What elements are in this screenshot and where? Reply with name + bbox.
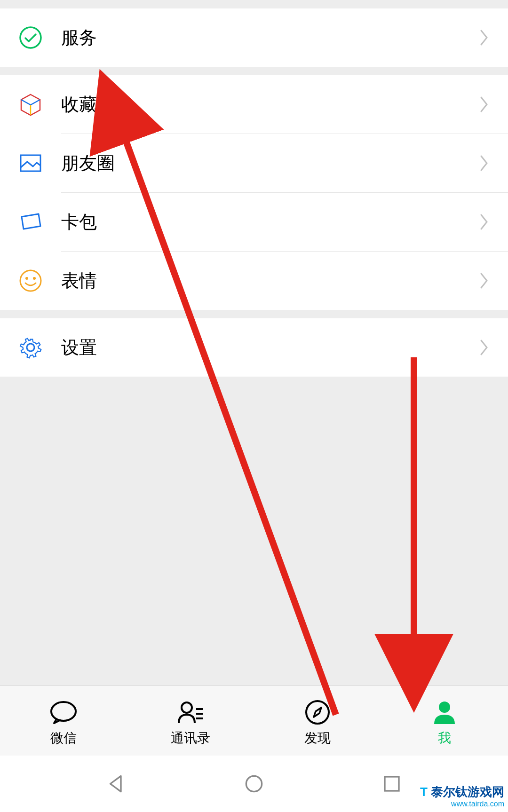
svg-rect-14 (385, 777, 399, 791)
menu-label: 收藏 (61, 93, 480, 117)
svg-point-4 (33, 277, 36, 280)
tab-wechat[interactable]: 微信 (0, 686, 127, 756)
menu-stickers[interactable]: 表情 (0, 252, 508, 310)
menu-label: 表情 (61, 269, 480, 293)
chevron-right-icon (480, 272, 489, 289)
tab-label: 通讯录 (171, 729, 210, 747)
svg-point-5 (27, 344, 34, 351)
gear-icon (19, 336, 42, 359)
menu-label: 设置 (61, 336, 480, 360)
nav-recent-button[interactable] (378, 770, 406, 798)
svg-point-11 (306, 701, 329, 724)
picture-icon (19, 151, 42, 175)
smile-icon (19, 269, 42, 292)
svg-point-13 (246, 776, 262, 791)
tab-label: 我 (438, 729, 451, 747)
tab-label: 发现 (304, 729, 331, 747)
contacts-icon (176, 700, 205, 725)
tab-label: 微信 (50, 729, 77, 747)
menu-cards[interactable]: 卡包 (0, 193, 508, 251)
menu-label: 服务 (61, 26, 480, 50)
tab-discover[interactable]: 发现 (254, 686, 381, 756)
card-icon (19, 210, 42, 234)
tab-contacts[interactable]: 通讯录 (127, 686, 254, 756)
svg-point-3 (25, 277, 28, 280)
svg-point-12 (439, 702, 450, 713)
menu-label: 朋友圈 (61, 151, 480, 175)
svg-point-7 (182, 702, 192, 713)
watermark: T 泰尔钛游戏网 www.tairda.com (420, 785, 504, 808)
menu-services[interactable]: 服务 (0, 8, 508, 67)
svg-point-6 (51, 702, 76, 721)
chevron-right-icon (480, 213, 489, 230)
chevron-right-icon (480, 155, 489, 172)
bottom-tabbar: 微信 通讯录 发现 我 (0, 685, 508, 756)
menu-settings[interactable]: 设置 (0, 318, 508, 377)
wallet-icon (19, 26, 42, 49)
svg-point-0 (20, 27, 41, 48)
compass-icon (303, 700, 332, 725)
person-icon (430, 700, 459, 725)
cube-icon (19, 93, 42, 116)
menu-moments[interactable]: 朋友圈 (0, 134, 508, 192)
chevron-right-icon (480, 339, 489, 356)
nav-back-button[interactable] (102, 770, 130, 798)
chevron-right-icon (480, 96, 489, 113)
svg-point-2 (20, 270, 41, 291)
nav-home-button[interactable] (240, 770, 268, 798)
menu-label: 卡包 (61, 210, 480, 234)
chevron-right-icon (480, 29, 489, 46)
menu-favorites[interactable]: 收藏 (0, 75, 508, 134)
tab-me[interactable]: 我 (381, 686, 508, 756)
chat-icon (49, 700, 78, 725)
